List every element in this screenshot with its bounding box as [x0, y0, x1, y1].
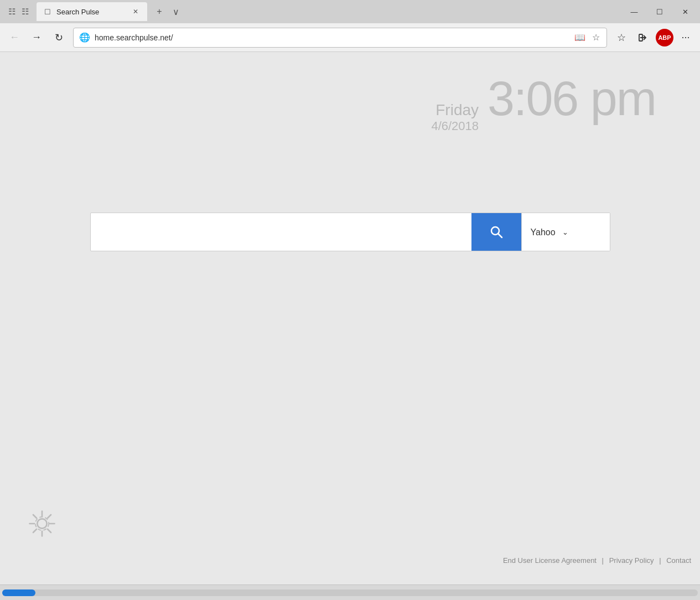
- svg-line-2: [498, 234, 502, 238]
- back-tab-icon[interactable]: ☷: [20, 7, 30, 17]
- more-options-button[interactable]: ···: [676, 28, 696, 48]
- forward-button[interactable]: →: [27, 28, 46, 48]
- horizontal-scrollbar[interactable]: [0, 585, 700, 600]
- date-value: 4/6/2018: [431, 119, 479, 133]
- nav-right-actions: ☆ ABP ···: [611, 28, 696, 48]
- page-footer: End User License Agreement | Privacy Pol…: [494, 552, 700, 569]
- scroll-track[interactable]: [2, 589, 698, 596]
- contact-link[interactable]: Contact: [666, 556, 691, 565]
- nav-bar: ← → ↻ 🌐 home.searchpulse.net/ 📖 ☆ ☆ ABP …: [0, 23, 700, 52]
- svg-line-10: [48, 515, 51, 518]
- svg-line-8: [33, 515, 37, 518]
- date-display: Friday 4/6/2018: [431, 102, 479, 133]
- page-content: Friday 4/6/2018 3:06 pm Yahoo Google: [0, 52, 700, 585]
- day-name: Friday: [431, 102, 479, 119]
- gear-icon: [28, 509, 56, 538]
- search-button[interactable]: [471, 213, 521, 251]
- eula-link[interactable]: End User License Agreement: [503, 556, 597, 565]
- svg-line-11: [33, 529, 37, 532]
- tab-action-group: + ∨: [152, 4, 184, 19]
- address-bar[interactable]: 🌐 home.searchpulse.net/ 📖 ☆: [73, 28, 607, 48]
- adblock-button[interactable]: ABP: [656, 29, 673, 46]
- globe-icon: 🌐: [79, 32, 90, 43]
- new-tab-button[interactable]: +: [152, 4, 167, 19]
- close-button[interactable]: ✕: [672, 0, 698, 23]
- search-box: Yahoo Google Bing ⌄: [90, 213, 610, 251]
- svg-line-9: [48, 529, 51, 532]
- browser-window: ☷ ☷ ☐ Search Pulse ✕ + ∨ — ☐ ✕ ← → ↻ 🌐 h…: [0, 0, 700, 600]
- tab-close-button[interactable]: ✕: [131, 7, 141, 17]
- tab-title: Search Pulse: [56, 8, 126, 16]
- tab-manager-icon[interactable]: ☷: [7, 7, 17, 17]
- search-icon: [489, 225, 504, 239]
- minimize-button[interactable]: —: [621, 0, 647, 23]
- share-button[interactable]: [634, 28, 654, 48]
- favorites-star-icon[interactable]: ☆: [591, 31, 601, 44]
- back-button[interactable]: ←: [4, 28, 24, 48]
- footer-separator-2: |: [659, 556, 661, 565]
- tab-group-icons: ☷ ☷: [2, 7, 34, 17]
- time-display: 3:06 pm: [488, 74, 656, 123]
- search-input[interactable]: [91, 213, 471, 251]
- scroll-thumb[interactable]: [2, 589, 35, 596]
- svg-point-3: [37, 519, 46, 528]
- url-display: home.searchpulse.net/: [95, 33, 569, 42]
- search-container: Yahoo Google Bing ⌄: [90, 213, 610, 251]
- reading-view-icon[interactable]: 📖: [573, 31, 587, 44]
- refresh-button[interactable]: ↻: [49, 28, 69, 48]
- datetime-display: Friday 4/6/2018 3:06 pm: [431, 74, 656, 133]
- engine-selector[interactable]: Yahoo Google Bing ⌄: [521, 213, 610, 251]
- favorites-hub-button[interactable]: ☆: [611, 28, 631, 48]
- privacy-link[interactable]: Privacy Policy: [609, 556, 654, 565]
- window-controls: — ☐ ✕: [621, 0, 698, 23]
- tab-dropdown-button[interactable]: ∨: [168, 4, 184, 19]
- active-tab[interactable]: ☐ Search Pulse ✕: [37, 2, 147, 21]
- engine-select[interactable]: Yahoo Google Bing: [531, 227, 571, 237]
- tab-favicon-icon: ☐: [43, 7, 52, 16]
- title-bar: ☷ ☷ ☐ Search Pulse ✕ + ∨ — ☐ ✕: [0, 0, 700, 23]
- footer-separator-1: |: [602, 556, 604, 565]
- settings-button[interactable]: [28, 509, 56, 540]
- maximize-button[interactable]: ☐: [647, 0, 672, 23]
